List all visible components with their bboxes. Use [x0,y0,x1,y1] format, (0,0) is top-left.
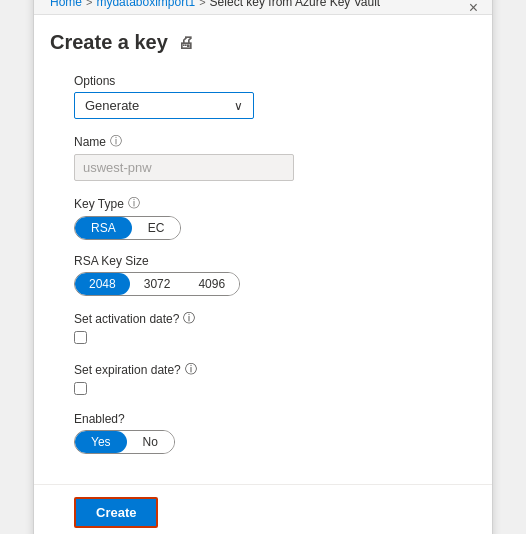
enabled-no[interactable]: No [127,431,174,453]
enabled-toggle: Yes No [74,430,175,454]
panel-header: Create a key 🖨 × [34,15,492,62]
rsa-size-toggle: 2048 3072 4096 [74,272,240,296]
expiration-row: Set expiration date? ⓘ [74,361,452,378]
activation-label: Set activation date? ⓘ [74,310,452,327]
enabled-yes[interactable]: Yes [75,431,127,453]
chevron-down-icon: ∨ [234,99,243,113]
name-label: Name ⓘ [74,133,452,150]
key-type-info-icon[interactable]: ⓘ [128,195,140,212]
breadcrumb-sep-2: > [199,0,205,8]
close-button[interactable]: × [469,0,478,16]
enabled-field: Enabled? Yes No [74,412,452,454]
name-field: Name ⓘ [74,133,452,181]
expiration-checkbox[interactable] [74,382,87,395]
expiration-info-icon[interactable]: ⓘ [185,361,197,378]
options-dropdown[interactable]: Generate ∨ [74,92,254,119]
name-input[interactable] [74,154,294,181]
key-type-label: Key Type ⓘ [74,195,452,212]
page-title: Create a key [50,31,168,54]
key-type-rsa[interactable]: RSA [75,217,132,239]
expiration-date-field: Set expiration date? ⓘ [74,361,452,398]
enabled-label: Enabled? [74,412,452,426]
breadcrumb-current: Select key from Azure Key Vault [210,0,381,9]
activation-checkbox[interactable] [74,331,87,344]
key-type-field: Key Type ⓘ RSA EC [74,195,452,240]
rsa-size-3072[interactable]: 3072 [130,273,185,295]
panel-title-group: Create a key 🖨 [50,31,194,54]
panel-footer: Create [34,484,492,534]
breadcrumb-home[interactable]: Home [50,0,82,9]
key-type-ec[interactable]: EC [132,217,181,239]
create-button[interactable]: Create [74,497,158,528]
expiration-label: Set expiration date? ⓘ [74,361,452,378]
print-icon[interactable]: 🖨 [178,34,194,52]
rsa-size-2048[interactable]: 2048 [75,273,130,295]
breadcrumb-sep-1: > [86,0,92,8]
options-value: Generate [85,98,139,113]
rsa-key-size-field: RSA Key Size 2048 3072 4096 [74,254,452,296]
name-info-icon[interactable]: ⓘ [110,133,122,150]
rsa-size-label: RSA Key Size [74,254,452,268]
breadcrumb-import[interactable]: mydataboximport1 [96,0,195,9]
options-field: Options Generate ∨ [74,74,452,119]
breadcrumb: Home > mydataboximport1 > Select key fro… [34,0,492,15]
rsa-size-4096[interactable]: 4096 [184,273,239,295]
panel-body: Options Generate ∨ Name ⓘ Key Type ⓘ RSA [34,62,492,484]
activation-row: Set activation date? ⓘ [74,310,452,327]
options-label: Options [74,74,452,88]
activation-info-icon[interactable]: ⓘ [183,310,195,327]
activation-date-field: Set activation date? ⓘ [74,310,452,347]
create-key-panel: Home > mydataboximport1 > Select key fro… [33,0,493,534]
key-type-toggle: RSA EC [74,216,181,240]
